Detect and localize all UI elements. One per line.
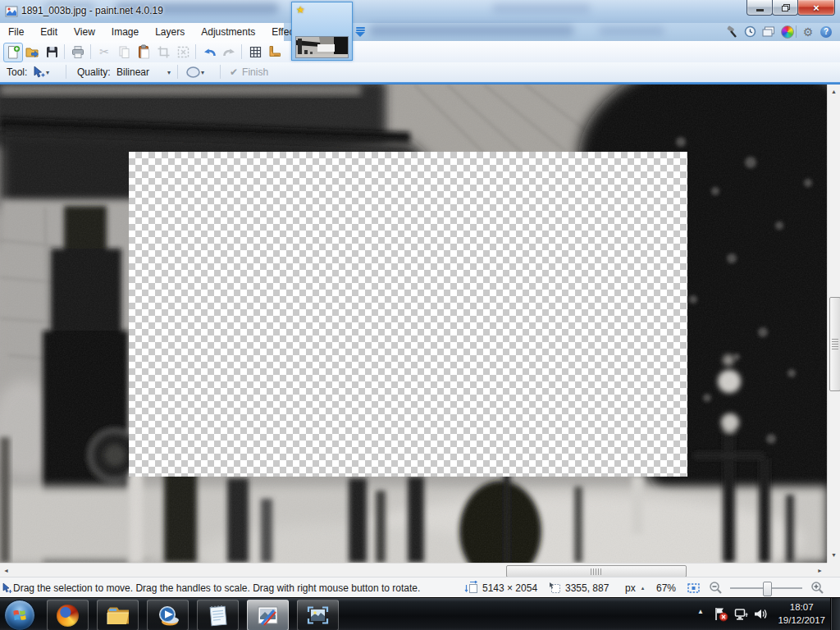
image-list-button[interactable] xyxy=(353,25,368,39)
paintnet-app-icon xyxy=(5,5,18,18)
window-title: 1891_003b.jpg - paint.net 4.0.19 xyxy=(21,5,163,16)
canvas-area[interactable] xyxy=(0,84,827,563)
action-center-flag-icon[interactable] xyxy=(713,606,728,622)
status-hint: Drag the selection to move. Drag the han… xyxy=(13,582,420,594)
options-separator xyxy=(220,65,221,79)
history-window-button[interactable] xyxy=(742,24,758,39)
network-icon[interactable] xyxy=(734,608,749,621)
start-button[interactable] xyxy=(4,600,35,630)
hammer-icon xyxy=(725,25,738,39)
zoom-in-icon xyxy=(810,581,824,595)
paste-button[interactable] xyxy=(135,43,153,61)
volume-icon[interactable] xyxy=(753,607,768,621)
taskbar: ▲ 18:07 19/12/2017 xyxy=(0,597,840,630)
minimize-button[interactable] xyxy=(746,0,773,16)
firefox-icon xyxy=(57,605,79,627)
zoom-slider-thumb[interactable] xyxy=(763,582,772,596)
paintnet-icon xyxy=(257,605,279,627)
photo-viewer-icon xyxy=(306,605,330,626)
menu-file[interactable]: File xyxy=(0,23,32,41)
settings-button[interactable]: ⚙ xyxy=(800,24,816,39)
horizontal-scroll-thumb[interactable] xyxy=(506,565,687,578)
glass-blur-artifact xyxy=(599,26,664,35)
quality-label: Quality: xyxy=(77,66,111,78)
copy-button[interactable] xyxy=(115,43,133,61)
menu-adjustments[interactable]: Adjustments xyxy=(193,23,263,41)
paste-clipboard-icon xyxy=(137,44,151,59)
unit-selector[interactable]: px ▴ xyxy=(625,578,644,598)
toolbar-separator xyxy=(90,44,91,59)
cut-button[interactable]: ✂ xyxy=(95,43,113,61)
layers-icon xyxy=(761,25,775,38)
menu-panel: File Edit View Image Layers Adjustments … xyxy=(0,23,284,42)
image-tab[interactable]: ★ xyxy=(291,2,353,61)
vertical-scroll-thumb[interactable] xyxy=(829,297,840,391)
vertical-scrollbar[interactable]: ▲ ▼ xyxy=(827,84,840,563)
restore-button[interactable] xyxy=(772,0,798,16)
move-cursor-icon xyxy=(2,582,12,594)
screen: 1891_003b.jpg - paint.net 4.0.19 × File … xyxy=(0,0,840,630)
zoom-out-button[interactable] xyxy=(709,578,723,598)
open-button[interactable] xyxy=(23,43,41,61)
copy-icon xyxy=(117,45,131,59)
menu-layers[interactable]: Layers xyxy=(147,23,193,41)
title-bar: 1891_003b.jpg - paint.net 4.0.19 × xyxy=(0,0,840,23)
open-folder-icon xyxy=(25,44,39,59)
finish-label: Finish xyxy=(242,66,268,78)
scroll-left-icon[interactable]: ◄ xyxy=(3,568,9,573)
show-desktop-button[interactable] xyxy=(830,598,840,630)
new-file-icon xyxy=(6,45,21,60)
menu-edit[interactable]: Edit xyxy=(32,23,66,41)
taskbar-photo-viewer-button[interactable] xyxy=(297,600,339,630)
crop-button[interactable] xyxy=(154,43,172,61)
layers-window-button[interactable] xyxy=(760,24,776,39)
rulers-button[interactable] xyxy=(266,43,284,61)
zoom-slider[interactable] xyxy=(730,578,802,598)
undo-button[interactable] xyxy=(200,43,218,61)
cursor-position-indicator: 3355, 887 xyxy=(548,578,609,598)
tool-label: Tool: xyxy=(7,66,27,78)
tools-window-button[interactable] xyxy=(724,24,740,39)
pixel-grid-button[interactable] xyxy=(246,43,264,61)
clock-time: 18:07 xyxy=(778,600,825,614)
help-button[interactable]: ? xyxy=(818,24,834,39)
tool-dropdown[interactable]: ▾ xyxy=(31,64,59,80)
save-floppy-icon xyxy=(45,45,59,59)
close-button[interactable]: × xyxy=(797,0,835,16)
menu-bar: File Edit View Image Layers Adjustments … xyxy=(0,23,840,41)
zoom-out-icon xyxy=(709,581,723,595)
print-button[interactable] xyxy=(69,43,87,61)
close-icon: × xyxy=(813,2,819,14)
zoom-level-indicator[interactable]: 67% xyxy=(656,578,676,598)
taskbar-firefox-button[interactable] xyxy=(47,600,89,630)
deselect-button[interactable] xyxy=(174,43,192,61)
menu-image[interactable]: Image xyxy=(103,23,147,41)
tool-options-bar: Tool: ▾ Quality: Bilinear ▾ ▾ ✔ Finish xyxy=(0,62,840,82)
redo-button[interactable] xyxy=(220,43,238,61)
scroll-up-icon[interactable]: ▲ xyxy=(831,89,837,94)
horizontal-scrollbar[interactable]: ◄ ► xyxy=(0,563,827,578)
save-button[interactable] xyxy=(43,43,61,61)
colors-window-button[interactable] xyxy=(779,24,796,39)
taskbar-clock[interactable]: 18:07 19/12/2017 xyxy=(778,600,825,627)
menu-view[interactable]: View xyxy=(66,23,103,41)
zoom-to-window-button[interactable] xyxy=(686,578,701,598)
taskbar-explorer-button[interactable] xyxy=(97,600,139,630)
taskbar-media-player-button[interactable] xyxy=(147,600,189,630)
folder-icon xyxy=(106,605,130,626)
zoom-slider-track[interactable] xyxy=(730,587,802,589)
image-list-icon xyxy=(356,27,365,29)
taskbar-notepad-button[interactable] xyxy=(197,600,239,630)
scroll-down-icon[interactable]: ▼ xyxy=(831,552,837,558)
quality-dropdown[interactable]: Bilinear ▾ xyxy=(116,64,171,80)
show-hidden-icons-button[interactable]: ▲ xyxy=(697,608,704,615)
new-button[interactable] xyxy=(3,43,23,62)
restore-icon xyxy=(782,4,789,11)
zoom-in-button[interactable] xyxy=(810,578,824,598)
scroll-right-icon[interactable]: ► xyxy=(817,568,823,573)
selection-quality-dropdown[interactable]: ▾ xyxy=(185,64,213,80)
antialias-ellipse-icon xyxy=(185,66,201,79)
taskbar-paintnet-button[interactable] xyxy=(247,600,289,630)
transparent-selection-region[interactable] xyxy=(129,152,687,477)
finish-button[interactable]: ✔ Finish xyxy=(230,64,268,80)
